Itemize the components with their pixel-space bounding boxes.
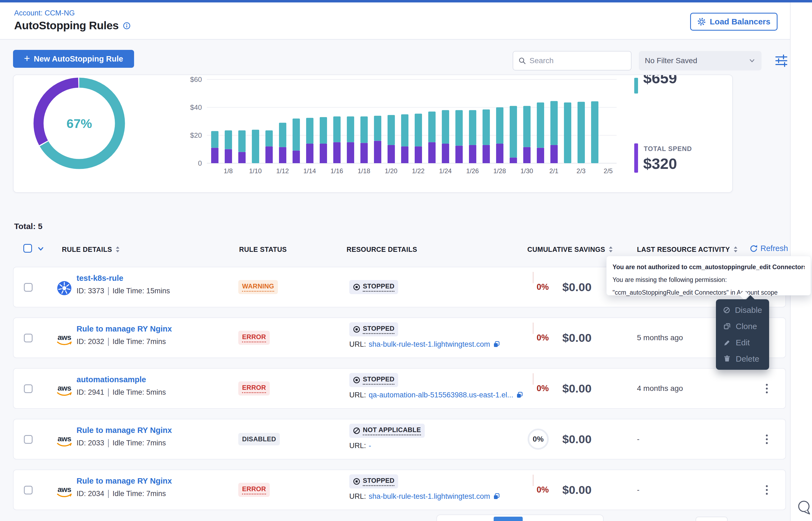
column-rule-details[interactable]: RULE DETAILS [62, 246, 120, 253]
spend-savings-bar-chart: 0$20$40$601/81/101/121/141/161/181/201/2… [185, 76, 625, 182]
rule-name-link[interactable]: Rule to manage RY Nginx [77, 426, 172, 435]
menu-item-delete[interactable]: Delete [716, 351, 769, 367]
column-last-resource-activity[interactable]: LAST RESOURCE ACTIVITY [637, 246, 738, 253]
savings-amount: $0.00 [562, 470, 592, 509]
load-balancers-button[interactable]: Load Balancers [690, 13, 777, 31]
plus-icon: + [24, 53, 30, 63]
svg-text:1/20: 1/20 [385, 167, 398, 175]
stopped-icon [353, 478, 360, 485]
resource-url: URL:qa-automation-alb-515563988.us-east-… [349, 391, 523, 399]
select-all-checkbox[interactable] [23, 244, 32, 253]
rule-meta: ID: 2034Idle Time: 7mins [77, 490, 166, 498]
saved-filter-select[interactable]: No Filter Saved [639, 51, 762, 70]
saved-filter-value: No Filter Saved [645, 56, 697, 65]
svg-text:1/8: 1/8 [223, 167, 233, 175]
menu-item-disable[interactable]: Disable [716, 302, 769, 318]
resource-url-link[interactable]: sha-bulk-rule-test-1.lightwingtest.com [369, 492, 490, 501]
stopped-icon [353, 377, 360, 384]
svg-text:1/30: 1/30 [520, 167, 533, 175]
rule-row: aws Rule to manage RY Nginx ID: 2033Idle… [13, 419, 786, 459]
svg-text:1/14: 1/14 [303, 167, 316, 175]
load-balancers-label: Load Balancers [710, 17, 770, 26]
row-checkbox[interactable] [24, 334, 33, 342]
resource-state-badge: NOT APPLICABLE [349, 424, 425, 438]
account-breadcrumb[interactable]: Account: CCM-NG [14, 9, 75, 17]
svg-text:1/28: 1/28 [493, 167, 506, 175]
resource-url-link[interactable]: - [369, 441, 371, 450]
aws-icon: aws [57, 435, 72, 447]
rule-status-badge: WARNING [238, 280, 278, 294]
svg-text:$20: $20 [190, 131, 202, 139]
gear-icon [697, 17, 706, 26]
row-checkbox[interactable] [24, 486, 33, 494]
svg-text:$60: $60 [190, 76, 202, 84]
new-autostopping-rule-button[interactable]: + New AutoStopping Rule [13, 50, 134, 68]
resource-url: URL:sha-bulk-rule-test-1.lightwingtest.c… [349, 340, 500, 348]
row-actions-kebab-icon[interactable] [766, 420, 768, 459]
row-checkbox[interactable] [24, 283, 33, 292]
copy-url-icon[interactable] [493, 493, 500, 500]
resource-state-badge: STOPPED [349, 474, 398, 489]
refresh-icon [750, 245, 758, 253]
not-applicable-icon [353, 427, 360, 434]
sort-icon [608, 246, 613, 253]
total-spend-label: TOTAL SPEND [644, 145, 692, 153]
rule-row: aws Rule to manage RY Nginx ID: 2032Idle… [13, 317, 786, 358]
rule-name-link[interactable]: automationsample [77, 375, 146, 384]
disable-icon [723, 306, 730, 314]
clone-icon [723, 322, 731, 331]
search-icon [518, 56, 526, 65]
rule-name-link[interactable]: Rule to manage RY Nginx [77, 324, 172, 334]
current-page-button[interactable] [494, 517, 523, 521]
aws-icon: aws [57, 486, 72, 498]
edit-icon [723, 339, 731, 347]
last-activity: - [637, 420, 639, 459]
svg-text:1/18: 1/18 [358, 167, 370, 175]
menu-item-clone[interactable]: Clone [716, 318, 769, 335]
row-checkbox[interactable] [24, 435, 33, 444]
resource-url-link[interactable]: qa-automation-alb-515563988.us-east-1.el… [369, 391, 513, 399]
autostopping-rules-page: Account: CCM-NG AutoStopping Rules Load … [0, 0, 812, 521]
bottom-right-button[interactable] [696, 517, 728, 521]
rule-status-badge: ERROR [238, 381, 270, 395]
permission-tooltip: You are not authorized to ccm_autostoppi… [606, 256, 811, 295]
search-input[interactable] [530, 56, 626, 65]
tooltip-line-1: You are not authorized to ccm_autostoppi… [613, 261, 805, 273]
tooltip-line-2: You are missing the following permission… [613, 273, 805, 286]
resource-url: URL:sha-bulk-rule-test-1.lightwingtest.c… [349, 492, 500, 501]
savings-amount: $0.00 [562, 369, 592, 408]
info-icon[interactable] [123, 22, 131, 29]
column-cumulative-savings[interactable]: CUMULATIVE SAVINGS [527, 246, 613, 253]
filter-panel-button[interactable] [773, 53, 789, 68]
svg-text:1/12: 1/12 [276, 167, 289, 175]
total-spend-legend-bar [634, 143, 638, 173]
stopped-icon [353, 326, 360, 333]
table-header: RULE DETAILS RULE STATUS RESOURCE DETAIL… [13, 241, 786, 258]
row-actions-kebab-icon[interactable] [766, 470, 768, 509]
resource-url-link[interactable]: sha-bulk-rule-test-1.lightwingtest.com [369, 340, 490, 348]
svg-text:1/10: 1/10 [249, 167, 262, 175]
savings-percent: 0% [521, 318, 549, 358]
rule-name-link[interactable]: Rule to manage RY Nginx [77, 477, 172, 485]
tooltip-line-3: "ccm_autoStoppingRule_edit Connectors" i… [613, 286, 805, 299]
row-actions-kebab-icon[interactable] [766, 369, 768, 408]
new-rule-label: New AutoStopping Rule [34, 54, 123, 63]
resource-state-badge: STOPPED [349, 280, 398, 294]
refresh-button[interactable]: Refresh [750, 244, 788, 253]
bulk-select-chevron-icon[interactable] [37, 245, 44, 254]
rule-name-link[interactable]: test-k8s-rule [77, 274, 123, 283]
menu-item-edit[interactable]: Edit [716, 335, 769, 351]
svg-text:2/5: 2/5 [603, 167, 613, 175]
stopped-icon [353, 284, 360, 291]
savings-percent: 0% [521, 369, 549, 408]
savings-percent: 0% [521, 420, 549, 459]
svg-text:1/22: 1/22 [412, 167, 425, 175]
summary-chart-card: 67% 0$20$40$601/81/101/121/141/161/181/2… [13, 74, 733, 193]
resource-state-badge: STOPPED [349, 373, 398, 387]
help-chat-button[interactable] [797, 499, 811, 517]
row-actions-menu: DisableCloneEditDelete [716, 299, 769, 370]
row-checkbox[interactable] [24, 384, 33, 393]
donut-percentage-label: 67% [33, 77, 125, 169]
total-count-label: Total: 5 [14, 222, 42, 231]
copy-url-icon[interactable] [493, 341, 500, 348]
